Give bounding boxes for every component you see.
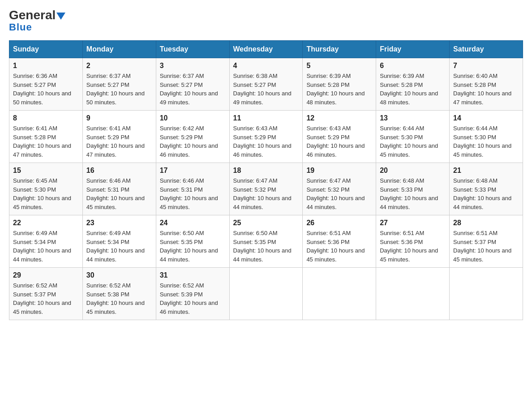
day-number: 7 (453, 62, 519, 70)
calendar-cell: 14 Sunrise: 6:44 AMSunset: 5:30 PMDaylig… (450, 111, 523, 163)
day-info: Sunrise: 6:43 AMSunset: 5:29 PMDaylight:… (306, 125, 365, 158)
day-number: 25 (233, 219, 299, 227)
day-info: Sunrise: 6:41 AMSunset: 5:28 PMDaylight:… (13, 125, 71, 158)
day-info: Sunrise: 6:37 AMSunset: 5:27 PMDaylight:… (86, 73, 145, 106)
day-number: 26 (306, 219, 372, 227)
day-number: 6 (380, 62, 446, 70)
calendar-week-5: 29 Sunrise: 6:52 AMSunset: 5:37 PMDaylig… (9, 268, 523, 320)
day-number: 22 (13, 219, 79, 227)
logo-blue-line: Blue (9, 21, 32, 33)
day-info: Sunrise: 6:48 AMSunset: 5:33 PMDaylight:… (380, 177, 438, 210)
day-info: Sunrise: 6:40 AMSunset: 5:28 PMDaylight:… (453, 73, 511, 106)
calendar-cell: 9 Sunrise: 6:41 AMSunset: 5:29 PMDayligh… (82, 111, 156, 163)
calendar-week-4: 22 Sunrise: 6:49 AMSunset: 5:34 PMDaylig… (9, 215, 523, 268)
day-number: 16 (86, 167, 152, 175)
logo: General Blue (9, 9, 65, 33)
weekday-header-thursday: Thursday (303, 41, 376, 58)
calendar-cell: 11 Sunrise: 6:43 AMSunset: 5:29 PMDaylig… (229, 111, 303, 163)
weekday-header-saturday: Saturday (450, 41, 523, 58)
calendar-cell: 16 Sunrise: 6:46 AMSunset: 5:31 PMDaylig… (82, 163, 156, 215)
day-number: 2 (86, 62, 152, 70)
day-info: Sunrise: 6:49 AMSunset: 5:34 PMDaylight:… (13, 230, 71, 263)
weekday-header-tuesday: Tuesday (156, 41, 229, 58)
weekday-header-monday: Monday (82, 41, 156, 58)
calendar-cell: 5 Sunrise: 6:39 AMSunset: 5:28 PMDayligh… (303, 58, 376, 111)
day-info: Sunrise: 6:46 AMSunset: 5:31 PMDaylight:… (86, 177, 145, 210)
day-number: 19 (306, 167, 372, 175)
day-number: 14 (453, 114, 519, 122)
day-info: Sunrise: 6:37 AMSunset: 5:27 PMDaylight:… (160, 73, 218, 106)
day-number: 13 (380, 114, 446, 122)
page-header: General Blue (9, 9, 523, 33)
weekday-header-friday: Friday (376, 41, 450, 58)
day-number: 23 (86, 219, 152, 227)
day-info: Sunrise: 6:44 AMSunset: 5:30 PMDaylight:… (380, 125, 438, 158)
calendar-cell: 10 Sunrise: 6:42 AMSunset: 5:29 PMDaylig… (156, 111, 229, 163)
calendar-cell (303, 268, 376, 320)
day-info: Sunrise: 6:41 AMSunset: 5:29 PMDaylight:… (86, 125, 145, 158)
calendar-cell: 21 Sunrise: 6:48 AMSunset: 5:33 PMDaylig… (450, 163, 523, 215)
day-number: 17 (160, 167, 226, 175)
day-number: 24 (160, 219, 226, 227)
calendar-cell: 28 Sunrise: 6:51 AMSunset: 5:37 PMDaylig… (450, 215, 523, 268)
calendar-cell: 20 Sunrise: 6:48 AMSunset: 5:33 PMDaylig… (376, 163, 450, 215)
day-number: 4 (233, 62, 299, 70)
calendar-body: 1 Sunrise: 6:36 AMSunset: 5:27 PMDayligh… (9, 58, 523, 320)
day-info: Sunrise: 6:43 AMSunset: 5:29 PMDaylight:… (233, 125, 292, 158)
day-info: Sunrise: 6:39 AMSunset: 5:28 PMDaylight:… (306, 73, 365, 106)
logo-text: General (9, 9, 65, 21)
calendar-cell: 6 Sunrise: 6:39 AMSunset: 5:28 PMDayligh… (376, 58, 450, 111)
day-number: 21 (453, 167, 519, 175)
day-number: 29 (13, 271, 79, 279)
calendar-week-3: 15 Sunrise: 6:45 AMSunset: 5:30 PMDaylig… (9, 163, 523, 215)
day-info: Sunrise: 6:50 AMSunset: 5:35 PMDaylight:… (233, 230, 292, 263)
day-info: Sunrise: 6:45 AMSunset: 5:30 PMDaylight:… (13, 177, 71, 210)
day-info: Sunrise: 6:36 AMSunset: 5:27 PMDaylight:… (13, 73, 71, 106)
day-number: 1 (13, 62, 79, 70)
calendar-week-1: 1 Sunrise: 6:36 AMSunset: 5:27 PMDayligh… (9, 58, 523, 111)
calendar-cell: 7 Sunrise: 6:40 AMSunset: 5:28 PMDayligh… (450, 58, 523, 111)
day-number: 5 (306, 62, 372, 70)
day-number: 28 (453, 219, 519, 227)
calendar-cell: 1 Sunrise: 6:36 AMSunset: 5:27 PMDayligh… (9, 58, 83, 111)
day-info: Sunrise: 6:38 AMSunset: 5:27 PMDaylight:… (233, 73, 292, 106)
day-number: 8 (13, 114, 79, 122)
calendar-cell (376, 268, 450, 320)
day-info: Sunrise: 6:47 AMSunset: 5:32 PMDaylight:… (233, 177, 292, 210)
calendar-cell: 4 Sunrise: 6:38 AMSunset: 5:27 PMDayligh… (229, 58, 303, 111)
day-number: 10 (160, 114, 226, 122)
day-info: Sunrise: 6:44 AMSunset: 5:30 PMDaylight:… (453, 125, 511, 158)
calendar-cell: 2 Sunrise: 6:37 AMSunset: 5:27 PMDayligh… (82, 58, 156, 111)
day-number: 27 (380, 219, 446, 227)
calendar-cell: 24 Sunrise: 6:50 AMSunset: 5:35 PMDaylig… (156, 215, 229, 268)
calendar-cell: 12 Sunrise: 6:43 AMSunset: 5:29 PMDaylig… (303, 111, 376, 163)
day-number: 11 (233, 114, 299, 122)
day-number: 15 (13, 167, 79, 175)
calendar-cell: 17 Sunrise: 6:46 AMSunset: 5:31 PMDaylig… (156, 163, 229, 215)
calendar-cell: 27 Sunrise: 6:51 AMSunset: 5:36 PMDaylig… (376, 215, 450, 268)
calendar-cell: 8 Sunrise: 6:41 AMSunset: 5:28 PMDayligh… (9, 111, 83, 163)
day-info: Sunrise: 6:42 AMSunset: 5:29 PMDaylight:… (160, 125, 218, 158)
calendar-cell: 3 Sunrise: 6:37 AMSunset: 5:27 PMDayligh… (156, 58, 229, 111)
calendar-cell (229, 268, 303, 320)
calendar-cell: 31 Sunrise: 6:52 AMSunset: 5:39 PMDaylig… (156, 268, 229, 320)
calendar-cell (450, 268, 523, 320)
day-info: Sunrise: 6:39 AMSunset: 5:28 PMDaylight:… (380, 73, 438, 106)
calendar-cell: 15 Sunrise: 6:45 AMSunset: 5:30 PMDaylig… (9, 163, 83, 215)
day-info: Sunrise: 6:49 AMSunset: 5:34 PMDaylight:… (86, 230, 145, 263)
weekday-header-row: SundayMondayTuesdayWednesdayThursdayFrid… (9, 41, 523, 58)
day-number: 20 (380, 167, 446, 175)
day-info: Sunrise: 6:48 AMSunset: 5:33 PMDaylight:… (453, 177, 511, 210)
day-info: Sunrise: 6:51 AMSunset: 5:36 PMDaylight:… (380, 230, 438, 263)
day-info: Sunrise: 6:51 AMSunset: 5:37 PMDaylight:… (453, 230, 511, 263)
day-number: 31 (160, 271, 226, 279)
day-info: Sunrise: 6:46 AMSunset: 5:31 PMDaylight:… (160, 177, 218, 210)
calendar-week-2: 8 Sunrise: 6:41 AMSunset: 5:28 PMDayligh… (9, 111, 523, 163)
calendar-cell: 13 Sunrise: 6:44 AMSunset: 5:30 PMDaylig… (376, 111, 450, 163)
calendar-cell: 23 Sunrise: 6:49 AMSunset: 5:34 PMDaylig… (82, 215, 156, 268)
calendar-table: SundayMondayTuesdayWednesdayThursdayFrid… (9, 40, 523, 320)
day-number: 3 (160, 62, 226, 70)
calendar-cell: 29 Sunrise: 6:52 AMSunset: 5:37 PMDaylig… (9, 268, 83, 320)
day-info: Sunrise: 6:52 AMSunset: 5:37 PMDaylight:… (13, 282, 71, 315)
day-info: Sunrise: 6:52 AMSunset: 5:38 PMDaylight:… (86, 282, 145, 315)
